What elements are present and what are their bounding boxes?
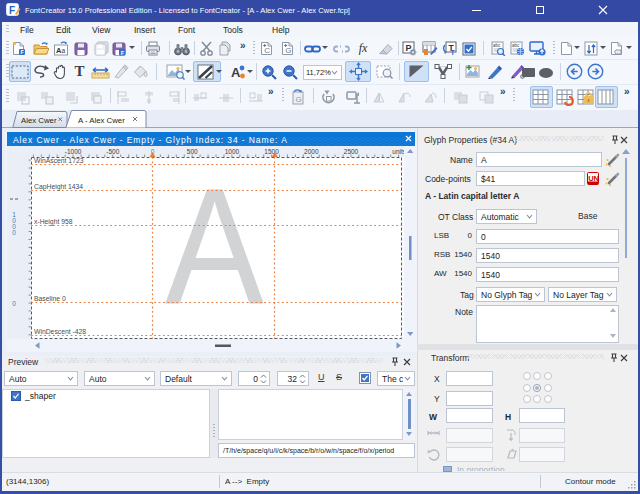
svg-text:0: 0 [12,229,16,236]
svg-text:Alex Cwer: Alex Cwer [21,116,57,125]
svg-text:A: A [165,153,264,338]
svg-text:x-Height 958: x-Height 958 [34,218,73,226]
svg-text:A: A [231,65,241,80]
svg-text:Baseline 0: Baseline 0 [34,295,66,302]
svg-text:0: 0 [12,300,16,307]
svg-text:2000: 2000 [304,148,319,155]
svg-text:-1000: -1000 [65,148,82,155]
svg-text:1500: 1500 [264,148,279,155]
svg-text:abc: abc [493,43,501,48]
svg-text:G: G [285,46,291,55]
svg-text:2500: 2500 [344,148,359,155]
svg-text:C: C [264,46,270,55]
svg-text:WinDescent -428: WinDescent -428 [34,328,86,335]
svg-text:T: T [451,49,456,56]
svg-text:A - Alex Cwer: A - Alex Cwer [78,116,125,125]
svg-text:-500: -500 [106,148,119,155]
svg-text:abc: abc [512,43,520,48]
svg-text:a: a [61,47,65,54]
svg-text:F: F [9,5,15,16]
svg-text:CapHeight 1434: CapHeight 1434 [34,183,83,191]
svg-text:WinAscent 1723: WinAscent 1723 [34,157,84,164]
svg-text:G: G [296,95,302,104]
svg-text:UN: UN [588,174,599,183]
svg-text:Alex Cwer - Alex Cwer - Empty: Alex Cwer - Alex Cwer - Empty - Glyph In… [13,135,288,145]
